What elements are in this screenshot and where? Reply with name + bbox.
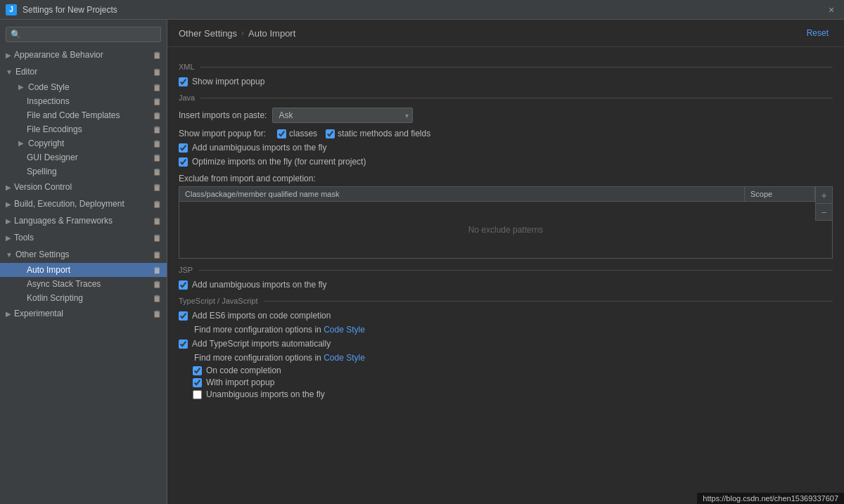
copy-icon: 📋 <box>153 251 161 259</box>
add-unambiguous-java-checkbox[interactable] <box>179 143 188 153</box>
sidebar-item-inspections[interactable]: Inspections 📋 <box>0 94 167 108</box>
xml-show-import-popup-checkbox[interactable] <box>179 77 188 86</box>
add-unambiguous-jsp-label[interactable]: Add unambiguous imports on the fly <box>179 280 326 290</box>
copy-icon: 📋 <box>153 84 161 91</box>
jsp-section-label: JSP <box>179 266 193 274</box>
sidebar-item-copyright[interactable]: ▶ Copyright 📋 <box>0 136 167 150</box>
sidebar-item-label: Kotlin Scripting <box>27 293 83 303</box>
sidebar-item-experimental[interactable]: ▶ Experimental 📋 <box>0 305 167 322</box>
on-code-completion-label[interactable]: On code completion <box>193 366 281 375</box>
with-import-popup-label[interactable]: With import popup <box>193 377 274 387</box>
sidebar-item-label: Experimental <box>14 309 63 318</box>
sidebar-item-auto-import[interactable]: Auto Import 📋 <box>0 263 167 277</box>
copy-icon: 📋 <box>153 98 161 105</box>
add-typescript-checkbox[interactable] <box>179 340 188 349</box>
title-bar: J Settings for New Projects × <box>0 0 844 20</box>
add-es6-label[interactable]: Add ES6 imports on code completion <box>179 311 331 321</box>
sidebar-item-tools[interactable]: ▶ Tools 📋 <box>0 229 167 246</box>
add-es6-row: Add ES6 imports on code completion <box>179 311 833 321</box>
with-import-popup-row: With import popup <box>179 377 833 387</box>
on-code-completion-checkbox[interactable] <box>193 366 202 375</box>
classes-checkbox-label[interactable]: classes <box>277 129 317 138</box>
col-header-scope: Scope <box>745 187 815 201</box>
section-line <box>200 67 833 67</box>
add-unambiguous-jsp-checkbox[interactable] <box>179 280 188 290</box>
add-unambiguous-jsp-text: Add unambiguous imports on the fly <box>192 280 326 290</box>
code-style-link-2[interactable]: Code Style <box>324 353 365 363</box>
insert-imports-dropdown-wrapper: Ask Always Never <box>272 108 413 123</box>
content-header: Other Settings › Auto Import Reset <box>167 20 844 47</box>
copy-icon: 📋 <box>153 295 161 302</box>
sidebar-item-label: Other Settings <box>15 250 70 259</box>
insert-imports-label: Insert imports on paste: <box>179 110 267 120</box>
bottom-url: https://blog.csdn.net/chen15369337607 <box>697 493 844 504</box>
sidebar-item-gui-designer[interactable]: GUI Designer 📋 <box>0 150 167 164</box>
sidebar-item-other-settings[interactable]: ▼ Other Settings 📋 <box>0 246 167 263</box>
arrow-icon: ▼ <box>6 68 13 76</box>
search-input[interactable] <box>6 27 161 42</box>
section-line <box>198 270 833 271</box>
sidebar-item-label: Copyright <box>28 138 64 148</box>
arrow-icon: ▶ <box>6 200 11 208</box>
sidebar-item-appearance[interactable]: ▶ Appearance & Behavior 📋 <box>0 46 167 63</box>
sidebar-item-languages-frameworks[interactable]: ▶ Languages & Frameworks 📋 <box>0 212 167 229</box>
add-es6-text: Add ES6 imports on code completion <box>192 311 331 321</box>
section-line <box>200 98 833 98</box>
typescript-section: Add ES6 imports on code completion Find … <box>179 311 833 399</box>
sidebar-item-version-control[interactable]: ▶ Version Control 📋 <box>0 179 167 195</box>
add-unambiguous-jsp-row: Add unambiguous imports on the fly <box>179 280 833 290</box>
xml-section-label: XML <box>179 63 195 71</box>
arrow-icon: ▶ <box>18 83 27 91</box>
col-header-name: Class/package/member qualified name mask <box>179 187 745 201</box>
sidebar-item-code-style[interactable]: ▶ Code Style 📋 <box>0 80 167 94</box>
sidebar-item-spelling[interactable]: Spelling 📋 <box>0 164 167 179</box>
copy-icon: 📋 <box>153 280 161 288</box>
window-title: Settings for New Projects <box>23 5 824 15</box>
optimize-imports-checkbox[interactable] <box>179 157 188 167</box>
reset-button[interactable]: Reset <box>803 27 833 39</box>
sidebar-item-label: Auto Import <box>27 265 70 275</box>
sidebar-item-label: Tools <box>14 233 34 243</box>
insert-imports-row: Insert imports on paste: Ask Always Neve… <box>179 108 833 123</box>
table-remove-button[interactable]: − <box>815 204 832 221</box>
exclude-section: Exclude from import and completion: Clas… <box>179 174 833 259</box>
add-es6-checkbox[interactable] <box>179 311 188 321</box>
xml-show-import-popup-text: Show import popup <box>192 77 264 86</box>
static-methods-checkbox[interactable] <box>326 129 335 138</box>
sidebar-item-editor[interactable]: ▼ Editor 📋 <box>0 63 167 80</box>
xml-section-divider: XML <box>179 63 833 71</box>
sidebar-item-file-encodings[interactable]: File Encodings 📋 <box>0 122 167 136</box>
sidebar-item-kotlin-scripting[interactable]: Kotlin Scripting 📋 <box>0 291 167 305</box>
optimize-imports-label[interactable]: Optimize imports on the fly (for current… <box>179 157 366 167</box>
copy-icon: 📋 <box>153 266 161 274</box>
java-section-divider: Java <box>179 93 833 102</box>
close-button[interactable]: × <box>824 3 838 17</box>
java-section-label: Java <box>179 93 195 102</box>
app-icon: J <box>6 4 17 15</box>
code-style-link-1[interactable]: Code Style <box>324 325 365 335</box>
add-unambiguous-java-label[interactable]: Add unambiguous imports on the fly <box>179 143 326 153</box>
unambiguous-imports-checkbox[interactable] <box>193 390 202 399</box>
sidebar-item-label: Editor <box>15 67 37 77</box>
static-methods-checkbox-label[interactable]: static methods and fields <box>326 129 430 138</box>
unambiguous-imports-label[interactable]: Unambiguous imports on the fly <box>193 389 325 399</box>
sidebar-item-build-execution[interactable]: ▶ Build, Execution, Deployment 📋 <box>0 195 167 212</box>
table-add-button[interactable]: + <box>815 187 832 204</box>
classes-checkbox[interactable] <box>277 129 286 138</box>
add-typescript-label[interactable]: Add TypeScript imports automatically <box>179 339 331 349</box>
on-code-completion-row: On code completion <box>179 366 833 375</box>
search-box <box>0 22 167 46</box>
arrow-icon: ▶ <box>6 310 11 318</box>
copy-icon: 📋 <box>153 68 161 76</box>
sidebar-item-label: Code Style <box>28 82 70 92</box>
with-import-popup-checkbox[interactable] <box>193 378 202 387</box>
sidebar-item-async-stack-traces[interactable]: Async Stack Traces 📋 <box>0 277 167 291</box>
sidebar-item-file-code-templates[interactable]: File and Code Templates 📋 <box>0 108 167 122</box>
unambiguous-imports-row: Unambiguous imports on the fly <box>179 389 833 399</box>
show-import-popup-for-label: Show import popup for: <box>179 129 266 138</box>
on-code-completion-text: On code completion <box>206 366 281 375</box>
show-import-popup-checkboxes: classes static methods and fields <box>277 129 430 138</box>
xml-show-import-popup-label[interactable]: Show import popup <box>179 77 264 86</box>
insert-imports-select[interactable]: Ask Always Never <box>272 108 413 123</box>
breadcrumb: Other Settings › Auto Import <box>179 28 295 39</box>
